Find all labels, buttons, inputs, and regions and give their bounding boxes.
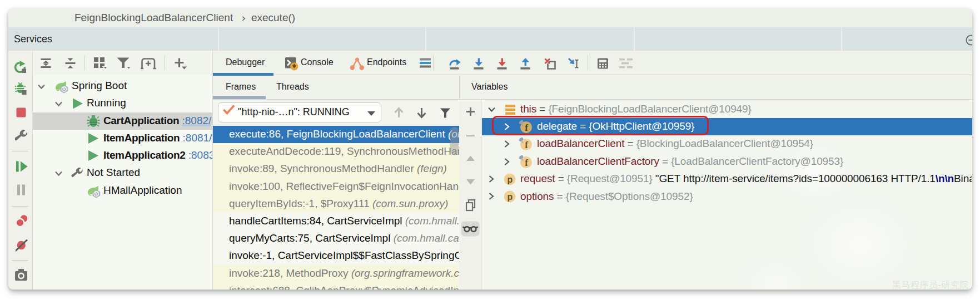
svg-text:f: f (525, 122, 528, 133)
svg-text:f: f (525, 140, 528, 150)
svg-text:f: f (525, 158, 528, 168)
svg-text:p: p (507, 192, 513, 202)
svg-text:p: p (507, 175, 513, 184)
